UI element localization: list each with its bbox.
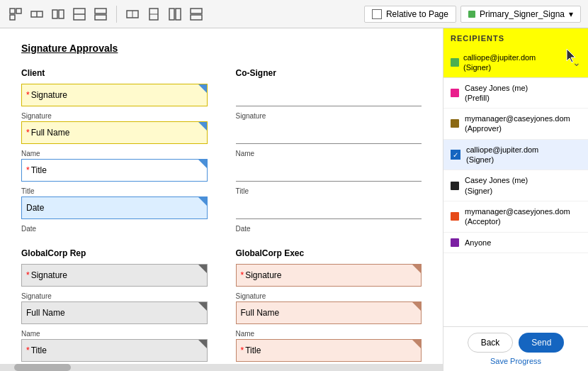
corner-tri-3: [198, 160, 207, 168]
recipient-checkbox-3[interactable]: ✓: [451, 150, 460, 160]
corner-tri-rep3: [198, 340, 207, 348]
globalcorp-rep-section: GlobalCorp Rep * Signature Signature Ful…: [21, 248, 208, 371]
recipient-name-5: mymanager@caseyjones.dom(Acceptor): [465, 206, 570, 227]
exec-sig-label: Signature: [236, 292, 422, 300]
recipient-dot-2: [451, 119, 459, 128]
toolbar-icon-1[interactable]: [7, 6, 24, 22]
required-star-exec: *: [241, 270, 244, 280]
toolbar-icon-3[interactable]: [50, 6, 67, 22]
svg-rect-5: [52, 10, 57, 18]
client-fullname-label: Signature: [21, 112, 208, 120]
cosigner-name-label: Name: [236, 150, 422, 157]
recipient-dot-1: [451, 89, 459, 97]
right-panel: RECIPIENTS calliope@jupiter.dom (Signer)…: [443, 28, 588, 371]
back-button[interactable]: Back: [468, 333, 514, 353]
corner-tri-exec3: [412, 340, 421, 348]
client-fullname-input[interactable]: * Full Name: [21, 121, 208, 144]
required-star-exec2: *: [241, 345, 244, 355]
horizontal-scrollbar[interactable]: [0, 364, 443, 371]
relative-checkbox-icon: [372, 9, 382, 19]
exec-title-placeholder: Title: [245, 345, 261, 355]
recipient-item-3[interactable]: ✓ calliope@jupiter.dom(Signer): [443, 140, 588, 171]
recipients-header: RECIPIENTS: [443, 28, 588, 48]
cosigner-title-line: [236, 159, 422, 182]
action-buttons-row: Back Send: [451, 333, 581, 353]
svg-rect-16: [176, 9, 181, 20]
recipient-name-6: Anyone: [465, 238, 491, 248]
svg-rect-10: [95, 15, 106, 20]
recipient-dot-4: [451, 182, 459, 190]
rep-fullname-placeholder: Full Name: [26, 308, 65, 318]
toolbar-icon-2[interactable]: [28, 6, 45, 22]
svg-rect-9: [95, 9, 106, 13]
required-star: *: [26, 90, 30, 100]
exec-fullname-placeholder: Full Name: [241, 308, 280, 318]
bottom-buttons: Back Send Save Progress: [443, 326, 588, 371]
scrollbar-thumb[interactable]: [14, 364, 71, 371]
cosigner-label: Co-Signer: [236, 68, 422, 78]
toolbar-icon-4[interactable]: [71, 6, 88, 22]
relative-to-page-button[interactable]: Relative to Page: [364, 6, 456, 23]
rep-sig-input[interactable]: * Signature: [21, 264, 208, 287]
send-button[interactable]: Send: [519, 333, 564, 353]
toolbar-icon-8[interactable]: [166, 6, 183, 22]
exec-sig-input[interactable]: * Signature: [236, 264, 422, 287]
globalcorp-exec-section: GlobalCorp Exec * Signature Signature Fu…: [236, 248, 422, 371]
doc-row-1: Client * Signature Signature * Full Name: [21, 68, 422, 234]
exec-sig-placeholder: Signature: [245, 270, 281, 280]
document-area: Signature Approvals Client * Signature S…: [0, 28, 443, 371]
rep-fullname-field: Signature Full Name: [21, 292, 208, 324]
recipient-name-1: Casey Jones (me)(Prefill): [465, 83, 528, 104]
client-date-placeholder: Date: [26, 203, 44, 213]
exec-name-label: Name: [236, 330, 422, 338]
save-progress-link[interactable]: Save Progress: [451, 357, 581, 365]
client-title-label: Title: [21, 187, 208, 195]
svg-rect-15: [169, 9, 174, 20]
toolbar-icon-7[interactable]: [145, 6, 162, 22]
client-date-field: Title Date: [21, 187, 208, 219]
document-title: Signature Approvals: [21, 43, 422, 54]
doc-row-2: GlobalCorp Rep * Signature Signature Ful…: [21, 248, 422, 371]
recipient-dot-6: [451, 238, 459, 247]
svg-rect-6: [59, 10, 64, 18]
recipient-item-5[interactable]: mymanager@caseyjones.dom(Acceptor): [443, 201, 588, 233]
toolbar-icon-5[interactable]: [92, 6, 109, 22]
cosigner-sig-line: [236, 84, 422, 106]
client-section: Client * Signature Signature * Full Name: [21, 68, 208, 234]
recipients-list: Casey Jones (me)(Prefill) mymanager@case…: [443, 78, 588, 326]
signer-dropdown-label: Primary_Signer_Signa: [480, 9, 565, 19]
recipients-selected-item[interactable]: calliope@jupiter.dom (Signer) ⌄: [443, 48, 588, 78]
toolbar-icon-9[interactable]: [188, 6, 205, 22]
client-title-input[interactable]: * Title: [21, 159, 208, 182]
client-date-input[interactable]: Date: [21, 196, 208, 219]
rep-title-field: Name * Title: [21, 330, 208, 362]
recipient-item-2[interactable]: mymanager@caseyjones.dom(Approver): [443, 109, 588, 140]
rep-title-input[interactable]: * Title: [21, 339, 208, 362]
client-sig-input[interactable]: * Signature: [21, 84, 208, 106]
exec-title-input[interactable]: * Title: [236, 339, 422, 362]
rep-fullname-input[interactable]: Full Name: [21, 301, 208, 324]
selected-color-dot: [451, 58, 459, 67]
cosigner-date-line: [236, 196, 422, 219]
toolbar: Relative to Page Primary_Signer_Signa ▾: [0, 0, 588, 28]
selected-recipient-name: calliope@jupiter.dom (Signer): [463, 52, 536, 73]
exec-fullname-input[interactable]: Full Name: [236, 301, 422, 324]
corner-tri-exec2: [412, 302, 421, 311]
corner-tri: [198, 84, 207, 93]
corner-tri-2: [198, 122, 207, 131]
client-date-label: Date: [21, 225, 208, 233]
recipients-title: RECIPIENTS: [451, 34, 504, 43]
cosigner-title-field: Name: [236, 150, 422, 182]
svg-rect-0: [10, 9, 15, 13]
client-signature-field: * Signature: [21, 84, 208, 106]
recipient-item-6[interactable]: Anyone: [443, 233, 588, 253]
signer-dropdown[interactable]: Primary_Signer_Signa ▾: [460, 6, 581, 23]
recipient-item-1[interactable]: Casey Jones (me)(Prefill): [443, 78, 588, 109]
rep-name-label: Name: [21, 330, 208, 338]
corner-tri-exec: [412, 265, 421, 273]
toolbar-icon-6[interactable]: [124, 6, 141, 22]
rep-sig-field: * Signature: [21, 264, 208, 287]
recipient-item-4[interactable]: Casey Jones (me)(Signer): [443, 170, 588, 201]
dropdown-chevron[interactable]: ⌄: [572, 57, 581, 68]
rep-title-placeholder: Title: [31, 345, 47, 355]
